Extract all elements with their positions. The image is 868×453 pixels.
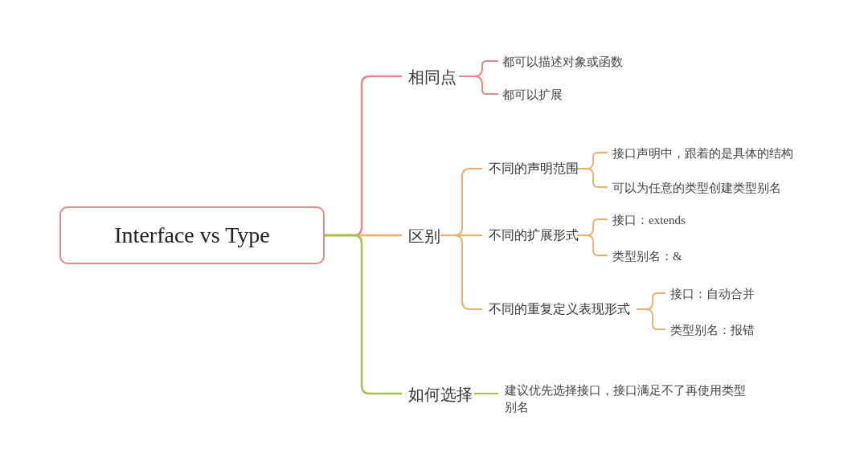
leaf-diff-1-1: 类型别名：& (612, 248, 682, 265)
branch-diff-label: 区别 (408, 226, 440, 247)
branch-same-label: 相同点 (408, 67, 457, 88)
branch-choose-label: 如何选择 (408, 384, 473, 406)
root-label: Interface vs Type (114, 222, 269, 248)
leaf-choose-0: 建议优先选择接口，接口满足不了再使用类型别名 (505, 382, 746, 416)
root-node: Interface vs Type (59, 206, 325, 264)
branch-same: 相同点 (408, 67, 457, 88)
sub-diff-2: 不同的重复定义表现形式 (489, 301, 630, 318)
sub-diff-1: 不同的扩展形式 (489, 227, 579, 244)
leaf-diff-2-1: 类型别名：报错 (670, 322, 755, 339)
leaf-diff-1-0: 接口：extends (612, 212, 686, 229)
branch-choose: 如何选择 (408, 384, 473, 406)
leaf-same-1: 都可以扩展 (502, 87, 563, 104)
sub-diff-0: 不同的声明范围 (489, 161, 579, 178)
leaf-diff-2-0: 接口：自动合并 (670, 286, 755, 303)
leaf-same-0: 都可以描述对象或函数 (502, 54, 623, 71)
leaf-diff-0-0: 接口声明中，跟着的是具体的结构 (612, 145, 793, 162)
leaf-diff-0-1: 可以为任意的类型创建类型别名 (612, 180, 781, 197)
branch-diff: 区别 (408, 226, 440, 247)
